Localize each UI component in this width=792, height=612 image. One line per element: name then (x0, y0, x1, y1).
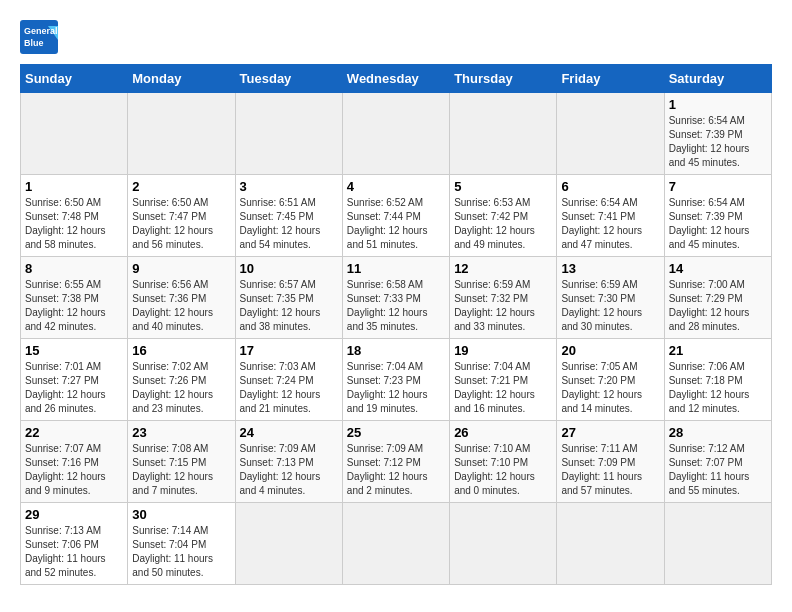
calendar-cell (664, 503, 771, 585)
calendar-cell: 23Sunrise: 7:08 AMSunset: 7:15 PMDayligh… (128, 421, 235, 503)
calendar-week-6: 29Sunrise: 7:13 AMSunset: 7:06 PMDayligh… (21, 503, 772, 585)
day-number: 20 (561, 343, 659, 358)
page-header: General Blue (20, 20, 772, 54)
day-number: 26 (454, 425, 552, 440)
calendar-cell: 24Sunrise: 7:09 AMSunset: 7:13 PMDayligh… (235, 421, 342, 503)
calendar-cell: 20Sunrise: 7:05 AMSunset: 7:20 PMDayligh… (557, 339, 664, 421)
day-number: 22 (25, 425, 123, 440)
day-header-tuesday: Tuesday (235, 65, 342, 93)
day-number: 11 (347, 261, 445, 276)
calendar-cell: 7Sunrise: 6:54 AMSunset: 7:39 PMDaylight… (664, 175, 771, 257)
calendar-cell: 22Sunrise: 7:07 AMSunset: 7:16 PMDayligh… (21, 421, 128, 503)
day-info: Sunrise: 6:59 AMSunset: 7:32 PMDaylight:… (454, 278, 552, 334)
calendar-cell: 18Sunrise: 7:04 AMSunset: 7:23 PMDayligh… (342, 339, 449, 421)
day-number: 25 (347, 425, 445, 440)
calendar-cell: 16Sunrise: 7:02 AMSunset: 7:26 PMDayligh… (128, 339, 235, 421)
calendar-header: SundayMondayTuesdayWednesdayThursdayFrid… (21, 65, 772, 93)
day-info: Sunrise: 7:00 AMSunset: 7:29 PMDaylight:… (669, 278, 767, 334)
day-header-friday: Friday (557, 65, 664, 93)
calendar-cell: 28Sunrise: 7:12 AMSunset: 7:07 PMDayligh… (664, 421, 771, 503)
day-info: Sunrise: 7:02 AMSunset: 7:26 PMDaylight:… (132, 360, 230, 416)
day-number: 6 (561, 179, 659, 194)
calendar-cell: 4Sunrise: 6:52 AMSunset: 7:44 PMDaylight… (342, 175, 449, 257)
day-info: Sunrise: 7:04 AMSunset: 7:23 PMDaylight:… (347, 360, 445, 416)
day-number: 27 (561, 425, 659, 440)
day-number: 21 (669, 343, 767, 358)
day-info: Sunrise: 7:09 AMSunset: 7:12 PMDaylight:… (347, 442, 445, 498)
day-info: Sunrise: 6:55 AMSunset: 7:38 PMDaylight:… (25, 278, 123, 334)
logo-icon: General Blue (20, 20, 58, 54)
day-header-thursday: Thursday (450, 65, 557, 93)
calendar-cell: 5Sunrise: 6:53 AMSunset: 7:42 PMDaylight… (450, 175, 557, 257)
day-number: 10 (240, 261, 338, 276)
calendar-cell: 17Sunrise: 7:03 AMSunset: 7:24 PMDayligh… (235, 339, 342, 421)
calendar-cell: 21Sunrise: 7:06 AMSunset: 7:18 PMDayligh… (664, 339, 771, 421)
day-number: 19 (454, 343, 552, 358)
day-header-saturday: Saturday (664, 65, 771, 93)
calendar-week-1: 1Sunrise: 6:54 AMSunset: 7:39 PMDaylight… (21, 93, 772, 175)
day-info: Sunrise: 7:08 AMSunset: 7:15 PMDaylight:… (132, 442, 230, 498)
day-header-wednesday: Wednesday (342, 65, 449, 93)
calendar-cell (235, 503, 342, 585)
day-number: 2 (132, 179, 230, 194)
day-number: 1 (25, 179, 123, 194)
calendar-cell: 2Sunrise: 6:50 AMSunset: 7:47 PMDaylight… (128, 175, 235, 257)
day-info: Sunrise: 7:11 AMSunset: 7:09 PMDaylight:… (561, 442, 659, 498)
day-header-monday: Monday (128, 65, 235, 93)
day-number: 7 (669, 179, 767, 194)
calendar-cell (450, 93, 557, 175)
day-number: 1 (669, 97, 767, 112)
calendar-cell: 1Sunrise: 6:50 AMSunset: 7:48 PMDaylight… (21, 175, 128, 257)
day-info: Sunrise: 7:03 AMSunset: 7:24 PMDaylight:… (240, 360, 338, 416)
calendar-table: SundayMondayTuesdayWednesdayThursdayFrid… (20, 64, 772, 585)
day-info: Sunrise: 7:04 AMSunset: 7:21 PMDaylight:… (454, 360, 552, 416)
calendar-cell: 25Sunrise: 7:09 AMSunset: 7:12 PMDayligh… (342, 421, 449, 503)
day-number: 8 (25, 261, 123, 276)
calendar-cell (557, 93, 664, 175)
calendar-cell: 3Sunrise: 6:51 AMSunset: 7:45 PMDaylight… (235, 175, 342, 257)
day-info: Sunrise: 6:59 AMSunset: 7:30 PMDaylight:… (561, 278, 659, 334)
day-info: Sunrise: 7:06 AMSunset: 7:18 PMDaylight:… (669, 360, 767, 416)
calendar-week-4: 15Sunrise: 7:01 AMSunset: 7:27 PMDayligh… (21, 339, 772, 421)
day-number: 29 (25, 507, 123, 522)
day-number: 9 (132, 261, 230, 276)
calendar-cell: 19Sunrise: 7:04 AMSunset: 7:21 PMDayligh… (450, 339, 557, 421)
day-number: 13 (561, 261, 659, 276)
day-info: Sunrise: 6:53 AMSunset: 7:42 PMDaylight:… (454, 196, 552, 252)
day-number: 12 (454, 261, 552, 276)
day-info: Sunrise: 6:54 AMSunset: 7:39 PMDaylight:… (669, 196, 767, 252)
day-info: Sunrise: 7:07 AMSunset: 7:16 PMDaylight:… (25, 442, 123, 498)
calendar-week-3: 8Sunrise: 6:55 AMSunset: 7:38 PMDaylight… (21, 257, 772, 339)
calendar-cell (21, 93, 128, 175)
calendar-cell: 10Sunrise: 6:57 AMSunset: 7:35 PMDayligh… (235, 257, 342, 339)
day-info: Sunrise: 6:57 AMSunset: 7:35 PMDaylight:… (240, 278, 338, 334)
calendar-cell: 6Sunrise: 6:54 AMSunset: 7:41 PMDaylight… (557, 175, 664, 257)
day-info: Sunrise: 7:14 AMSunset: 7:04 PMDaylight:… (132, 524, 230, 580)
calendar-cell: 27Sunrise: 7:11 AMSunset: 7:09 PMDayligh… (557, 421, 664, 503)
day-info: Sunrise: 7:12 AMSunset: 7:07 PMDaylight:… (669, 442, 767, 498)
day-number: 14 (669, 261, 767, 276)
day-info: Sunrise: 7:09 AMSunset: 7:13 PMDaylight:… (240, 442, 338, 498)
day-number: 28 (669, 425, 767, 440)
calendar-week-5: 22Sunrise: 7:07 AMSunset: 7:16 PMDayligh… (21, 421, 772, 503)
calendar-cell (450, 503, 557, 585)
day-number: 17 (240, 343, 338, 358)
day-number: 3 (240, 179, 338, 194)
calendar-body: 1Sunrise: 6:54 AMSunset: 7:39 PMDaylight… (21, 93, 772, 585)
day-info: Sunrise: 6:50 AMSunset: 7:48 PMDaylight:… (25, 196, 123, 252)
calendar-cell: 1Sunrise: 6:54 AMSunset: 7:39 PMDaylight… (664, 93, 771, 175)
day-info: Sunrise: 7:13 AMSunset: 7:06 PMDaylight:… (25, 524, 123, 580)
day-header-sunday: Sunday (21, 65, 128, 93)
calendar-cell: 29Sunrise: 7:13 AMSunset: 7:06 PMDayligh… (21, 503, 128, 585)
calendar-cell (342, 503, 449, 585)
day-number: 30 (132, 507, 230, 522)
calendar-cell: 26Sunrise: 7:10 AMSunset: 7:10 PMDayligh… (450, 421, 557, 503)
calendar-cell: 13Sunrise: 6:59 AMSunset: 7:30 PMDayligh… (557, 257, 664, 339)
calendar-cell (235, 93, 342, 175)
logo: General Blue (20, 20, 58, 54)
day-info: Sunrise: 6:54 AMSunset: 7:39 PMDaylight:… (669, 114, 767, 170)
svg-text:General: General (24, 26, 58, 36)
calendar-cell: 8Sunrise: 6:55 AMSunset: 7:38 PMDaylight… (21, 257, 128, 339)
day-number: 15 (25, 343, 123, 358)
calendar-cell: 30Sunrise: 7:14 AMSunset: 7:04 PMDayligh… (128, 503, 235, 585)
